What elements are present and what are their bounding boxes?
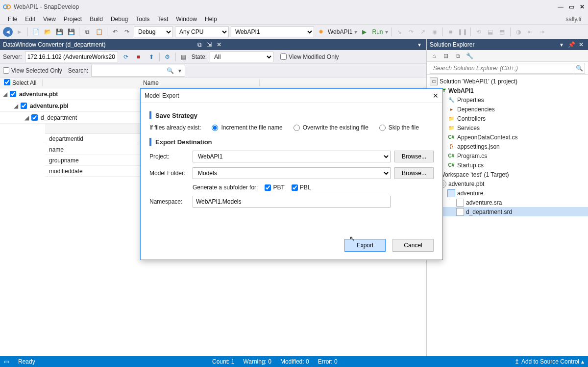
search-icon[interactable]: 🔍 <box>165 66 175 76</box>
nav-forward-icon[interactable]: ► <box>15 27 24 37</box>
menu-tools[interactable]: Tools <box>132 15 153 24</box>
se-properties-icon[interactable]: 🔧 <box>465 52 474 60</box>
startup-project-select[interactable]: WebAPI1 <box>231 26 314 37</box>
misc3-icon[interactable]: ⬒ <box>497 27 507 37</box>
step-over-icon[interactable]: ↷ <box>406 27 416 37</box>
se-menu-icon[interactable]: ▾ <box>558 41 565 49</box>
search-input[interactable] <box>92 65 165 76</box>
view-selected-checkbox[interactable]: View Selected Only <box>3 67 62 74</box>
run-button[interactable]: Run <box>372 28 383 35</box>
misc4-icon[interactable]: ◑ <box>514 27 523 37</box>
misc2-icon[interactable]: ⬓ <box>486 27 495 37</box>
tree-checkbox[interactable] <box>10 91 16 97</box>
chevron-down-icon[interactable]: ◢ <box>24 114 30 121</box>
menu-test[interactable]: Test <box>153 15 172 24</box>
se-search-input[interactable] <box>430 63 574 74</box>
platform-select[interactable]: Any CPU <box>175 26 229 37</box>
open-icon[interactable]: 📂 <box>43 27 52 37</box>
panel-menu-icon[interactable]: ▾ <box>416 41 423 49</box>
copy-icon[interactable]: ⧉ <box>82 27 92 37</box>
upload-icon[interactable]: ⬆ <box>147 52 156 62</box>
tree-checkbox[interactable] <box>21 103 27 109</box>
step-out-icon[interactable]: ↗ <box>418 27 428 37</box>
se-node[interactable]: 🔧Properties <box>427 95 588 105</box>
save-icon[interactable]: 💾 <box>54 27 64 37</box>
chevron-down-icon[interactable]: ◢ <box>3 91 9 98</box>
export-button[interactable]: Export <box>344 239 386 252</box>
se-node[interactable]: adventure <box>427 188 588 198</box>
se-node[interactable]: ▸Dependencies <box>427 105 588 114</box>
redo-icon[interactable]: ↷ <box>122 27 132 37</box>
filter-icon[interactable]: ▤ <box>179 52 189 62</box>
step-into-icon[interactable]: ↘ <box>394 27 404 37</box>
panel-close-icon[interactable]: ✕ <box>215 41 223 49</box>
se-node[interactable]: C#AppeonDataContext.cs <box>427 132 588 142</box>
se-close-icon[interactable]: ✕ <box>577 41 585 49</box>
menu-project[interactable]: Project <box>60 15 86 24</box>
project-select[interactable]: WebAPI1 <box>193 151 391 162</box>
se-node[interactable]: Workspace 'test' (1 Target) <box>427 170 588 179</box>
paste-icon[interactable]: 📋 <box>94 27 104 37</box>
se-home-icon[interactable]: ⌂ <box>430 52 439 60</box>
name-column-header[interactable]: Name <box>43 79 260 86</box>
folder-select[interactable]: Models <box>193 167 391 179</box>
pbt-checkbox[interactable]: PBT <box>265 184 284 191</box>
maximize-button[interactable]: ▭ <box>568 4 574 10</box>
refresh-server-icon[interactable]: ⟳ <box>121 52 131 62</box>
pause-icon[interactable]: ❚❚ <box>458 27 467 37</box>
se-node[interactable]: C#WebAPI1 <box>427 86 588 95</box>
menu-view[interactable]: View <box>39 15 60 24</box>
namespace-input[interactable] <box>193 196 391 208</box>
se-node[interactable]: 📁Services <box>427 123 588 132</box>
se-node[interactable]: ▭Solution 'WebAPI1' (1 project) <box>427 77 588 86</box>
stop-server-icon[interactable]: ■ <box>134 52 144 62</box>
settings-icon[interactable]: ⚙ <box>163 52 172 62</box>
unpin-icon[interactable]: ⇲ <box>205 41 213 49</box>
new-item-icon[interactable]: 📄 <box>31 27 41 37</box>
misc1-icon[interactable]: ⟲ <box>474 27 484 37</box>
view-modified-checkbox[interactable]: View Modified Only <box>280 53 339 60</box>
profile-icon[interactable]: ✹ <box>316 27 326 37</box>
se-node[interactable]: ◎adventure.pbt <box>427 179 588 188</box>
se-node[interactable]: C#Program.cs <box>427 151 588 160</box>
radio-overwrite[interactable]: Overwrite the existing file <box>294 124 368 131</box>
se-node[interactable]: C#Startup.cs <box>427 160 588 170</box>
save-all-icon[interactable]: 💾 <box>66 27 76 37</box>
menu-debug[interactable]: Debug <box>107 15 132 24</box>
pbl-checkbox[interactable]: PBL <box>292 184 311 191</box>
se-node[interactable]: adventure.sra <box>427 198 588 207</box>
stop-icon[interactable]: ■ <box>446 27 456 37</box>
state-select[interactable]: All <box>210 52 273 62</box>
minimize-button[interactable]: — <box>558 4 564 10</box>
tree-checkbox[interactable] <box>31 114 38 121</box>
server-input[interactable] <box>25 52 118 62</box>
se-collapse-icon[interactable]: ⊟ <box>441 52 450 60</box>
breakpoint-icon[interactable]: ◉ <box>430 27 440 37</box>
menu-help[interactable]: Help <box>201 15 221 24</box>
menu-edit[interactable]: Edit <box>21 15 39 24</box>
run-icon[interactable]: ▶ <box>359 27 369 37</box>
radio-skip[interactable]: Skip the file <box>379 124 419 131</box>
se-search-icon[interactable]: 🔍 <box>574 63 585 74</box>
menu-file[interactable]: File <box>4 15 21 24</box>
close-button[interactable]: ✕ <box>579 4 585 10</box>
user-label[interactable]: sally.li <box>565 16 584 23</box>
indent-left-icon[interactable]: ⇤ <box>525 27 535 37</box>
profile-label[interactable]: WebAPI1 <box>328 28 352 35</box>
float-icon[interactable]: ⧉ <box>196 41 203 49</box>
dialog-close-icon[interactable]: ✕ <box>433 92 439 100</box>
nav-back-icon[interactable]: ◄ <box>3 27 13 37</box>
undo-icon[interactable]: ↶ <box>110 27 120 37</box>
se-pin-icon[interactable]: 📌 <box>567 41 575 49</box>
indent-right-icon[interactable]: ⇥ <box>537 27 547 37</box>
add-source-control[interactable]: ↥ Add to Source Control ▴ <box>514 358 584 365</box>
browse-project-button[interactable]: Browse... <box>394 151 434 162</box>
search-dropdown-icon[interactable]: ▾ <box>175 66 185 76</box>
se-sync-icon[interactable]: ⧉ <box>453 52 462 60</box>
radio-increment[interactable]: Increment the file name <box>212 124 282 131</box>
cancel-button[interactable]: Cancel <box>392 239 434 252</box>
se-node[interactable]: 📁Controllers <box>427 114 588 123</box>
configuration-select[interactable]: Debug <box>134 26 173 37</box>
menu-window[interactable]: Window <box>172 15 201 24</box>
browse-folder-button[interactable]: Browse... <box>394 167 434 179</box>
